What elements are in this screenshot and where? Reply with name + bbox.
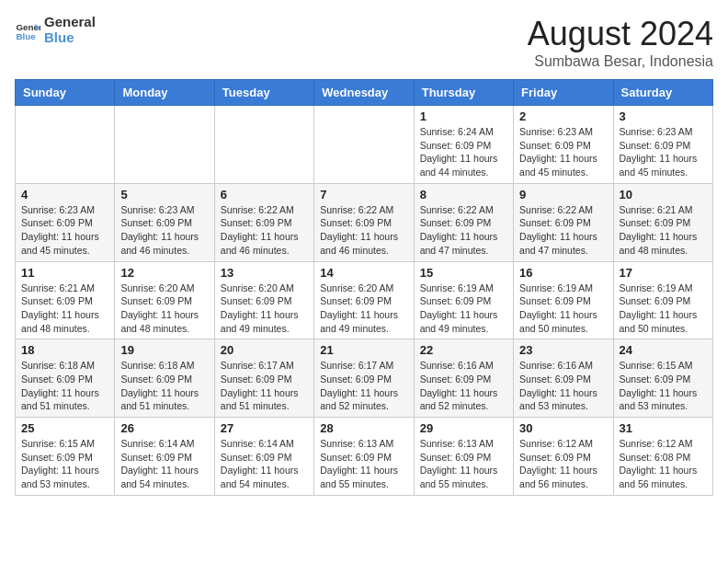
day-detail: Sunrise: 6:22 AMSunset: 6:09 PMDaylight:… (320, 203, 407, 258)
day-number: 14 (320, 266, 407, 280)
day-detail: Sunrise: 6:16 AMSunset: 6:09 PMDaylight:… (519, 359, 607, 413)
main-title: August 2024 (528, 15, 713, 53)
day-cell: 6Sunrise: 6:22 AMSunset: 6:09 PMDaylight… (214, 183, 313, 261)
week-row-4: 18Sunrise: 6:18 AMSunset: 6:09 PMDayligh… (16, 339, 713, 418)
day-number: 27 (221, 421, 308, 435)
weekday-sunday: Sunday (16, 80, 115, 106)
day-number: 30 (519, 421, 607, 435)
calendar-header: SundayMondayTuesdayWednesdayThursdayFrid… (16, 80, 713, 106)
day-cell: 29Sunrise: 6:13 AMSunset: 6:09 PMDayligh… (414, 418, 513, 496)
day-cell: 27Sunrise: 6:14 AMSunset: 6:09 PMDayligh… (214, 418, 313, 496)
day-number: 24 (620, 343, 707, 357)
day-number: 6 (221, 188, 308, 201)
day-detail: Sunrise: 6:17 AMSunset: 6:09 PMDaylight:… (320, 359, 407, 413)
day-number: 28 (320, 421, 407, 435)
calendar-table: SundayMondayTuesdayWednesdayThursdayFrid… (15, 79, 713, 496)
day-number: 23 (519, 343, 607, 357)
day-number: 10 (620, 188, 707, 201)
day-detail: Sunrise: 6:16 AMSunset: 6:09 PMDaylight:… (420, 359, 507, 413)
day-detail: Sunrise: 6:22 AMSunset: 6:09 PMDaylight:… (519, 203, 607, 258)
page-header: General Blue General Blue August 2024 Su… (15, 15, 713, 70)
day-cell (115, 106, 214, 184)
day-number: 12 (120, 266, 208, 280)
logo: General Blue General Blue (15, 15, 96, 45)
day-number: 21 (320, 343, 407, 357)
day-cell (16, 106, 115, 184)
day-cell: 18Sunrise: 6:18 AMSunset: 6:09 PMDayligh… (16, 339, 115, 418)
day-number: 9 (519, 188, 607, 201)
title-area: August 2024 Sumbawa Besar, Indonesia (528, 15, 713, 70)
day-detail: Sunrise: 6:14 AMSunset: 6:09 PMDaylight:… (120, 437, 208, 491)
day-cell: 12Sunrise: 6:20 AMSunset: 6:09 PMDayligh… (115, 261, 214, 339)
day-detail: Sunrise: 6:20 AMSunset: 6:09 PMDaylight:… (320, 282, 407, 336)
day-cell: 8Sunrise: 6:22 AMSunset: 6:09 PMDaylight… (414, 183, 513, 261)
day-detail: Sunrise: 6:12 AMSunset: 6:09 PMDaylight:… (519, 437, 607, 491)
day-detail: Sunrise: 6:19 AMSunset: 6:09 PMDaylight:… (620, 282, 707, 336)
day-detail: Sunrise: 6:22 AMSunset: 6:09 PMDaylight:… (221, 203, 308, 258)
day-detail: Sunrise: 6:19 AMSunset: 6:09 PMDaylight:… (519, 282, 607, 336)
day-cell: 25Sunrise: 6:15 AMSunset: 6:09 PMDayligh… (16, 418, 115, 496)
calendar-body: 1Sunrise: 6:24 AMSunset: 6:09 PMDaylight… (16, 106, 713, 496)
day-cell: 24Sunrise: 6:15 AMSunset: 6:09 PMDayligh… (613, 339, 712, 418)
day-cell: 31Sunrise: 6:12 AMSunset: 6:08 PMDayligh… (613, 418, 712, 496)
day-cell: 21Sunrise: 6:17 AMSunset: 6:09 PMDayligh… (314, 339, 414, 418)
day-detail: Sunrise: 6:21 AMSunset: 6:09 PMDaylight:… (620, 203, 707, 258)
day-cell: 30Sunrise: 6:12 AMSunset: 6:09 PMDayligh… (514, 418, 613, 496)
day-detail: Sunrise: 6:15 AMSunset: 6:09 PMDaylight:… (21, 437, 108, 491)
day-number: 11 (21, 266, 108, 280)
day-number: 25 (21, 421, 108, 435)
week-row-2: 4Sunrise: 6:23 AMSunset: 6:09 PMDaylight… (16, 183, 713, 261)
logo-icon: General Blue (15, 17, 40, 43)
day-number: 2 (519, 109, 607, 123)
day-number: 20 (221, 343, 308, 357)
weekday-thursday: Thursday (414, 80, 513, 106)
day-cell: 13Sunrise: 6:20 AMSunset: 6:09 PMDayligh… (214, 261, 313, 339)
day-cell: 7Sunrise: 6:22 AMSunset: 6:09 PMDaylight… (314, 183, 414, 261)
day-cell: 14Sunrise: 6:20 AMSunset: 6:09 PMDayligh… (314, 261, 414, 339)
day-cell: 20Sunrise: 6:17 AMSunset: 6:09 PMDayligh… (214, 339, 313, 418)
weekday-tuesday: Tuesday (214, 80, 313, 106)
day-number: 3 (620, 109, 707, 123)
day-cell: 9Sunrise: 6:22 AMSunset: 6:09 PMDaylight… (514, 183, 613, 261)
day-cell: 4Sunrise: 6:23 AMSunset: 6:09 PMDaylight… (16, 183, 115, 261)
day-cell: 11Sunrise: 6:21 AMSunset: 6:09 PMDayligh… (16, 261, 115, 339)
day-number: 18 (21, 343, 108, 357)
day-number: 19 (120, 343, 208, 357)
day-detail: Sunrise: 6:23 AMSunset: 6:09 PMDaylight:… (519, 125, 607, 179)
day-cell: 2Sunrise: 6:23 AMSunset: 6:09 PMDaylight… (514, 106, 613, 184)
day-cell (314, 106, 414, 184)
logo-line2: Blue (44, 30, 96, 46)
day-detail: Sunrise: 6:14 AMSunset: 6:09 PMDaylight:… (221, 437, 308, 491)
weekday-monday: Monday (115, 80, 214, 106)
day-number: 1 (420, 109, 507, 123)
day-cell: 23Sunrise: 6:16 AMSunset: 6:09 PMDayligh… (514, 339, 613, 418)
week-row-3: 11Sunrise: 6:21 AMSunset: 6:09 PMDayligh… (16, 261, 713, 339)
day-cell: 26Sunrise: 6:14 AMSunset: 6:09 PMDayligh… (115, 418, 214, 496)
day-cell: 15Sunrise: 6:19 AMSunset: 6:09 PMDayligh… (414, 261, 513, 339)
day-number: 15 (420, 266, 507, 280)
day-detail: Sunrise: 6:22 AMSunset: 6:09 PMDaylight:… (420, 203, 507, 258)
day-number: 4 (21, 188, 108, 201)
week-row-1: 1Sunrise: 6:24 AMSunset: 6:09 PMDaylight… (16, 106, 713, 184)
day-detail: Sunrise: 6:23 AMSunset: 6:09 PMDaylight:… (620, 125, 707, 179)
day-detail: Sunrise: 6:15 AMSunset: 6:09 PMDaylight:… (620, 359, 707, 413)
day-cell: 22Sunrise: 6:16 AMSunset: 6:09 PMDayligh… (414, 339, 513, 418)
day-cell: 17Sunrise: 6:19 AMSunset: 6:09 PMDayligh… (613, 261, 712, 339)
day-number: 5 (120, 188, 208, 201)
day-number: 8 (420, 188, 507, 201)
weekday-saturday: Saturday (613, 80, 712, 106)
day-detail: Sunrise: 6:23 AMSunset: 6:09 PMDaylight:… (120, 203, 208, 258)
day-cell: 10Sunrise: 6:21 AMSunset: 6:09 PMDayligh… (613, 183, 712, 261)
day-detail: Sunrise: 6:18 AMSunset: 6:09 PMDaylight:… (21, 359, 108, 413)
weekday-friday: Friday (514, 80, 613, 106)
day-detail: Sunrise: 6:13 AMSunset: 6:09 PMDaylight:… (420, 437, 507, 491)
day-number: 29 (420, 421, 507, 435)
logo-line1: General (44, 15, 96, 30)
day-detail: Sunrise: 6:21 AMSunset: 6:09 PMDaylight:… (21, 282, 108, 336)
day-cell: 28Sunrise: 6:13 AMSunset: 6:09 PMDayligh… (314, 418, 414, 496)
day-detail: Sunrise: 6:24 AMSunset: 6:09 PMDaylight:… (420, 125, 507, 179)
day-detail: Sunrise: 6:23 AMSunset: 6:09 PMDaylight:… (21, 203, 108, 258)
week-row-5: 25Sunrise: 6:15 AMSunset: 6:09 PMDayligh… (16, 418, 713, 496)
day-detail: Sunrise: 6:12 AMSunset: 6:08 PMDaylight:… (620, 437, 707, 491)
day-detail: Sunrise: 6:19 AMSunset: 6:09 PMDaylight:… (420, 282, 507, 336)
